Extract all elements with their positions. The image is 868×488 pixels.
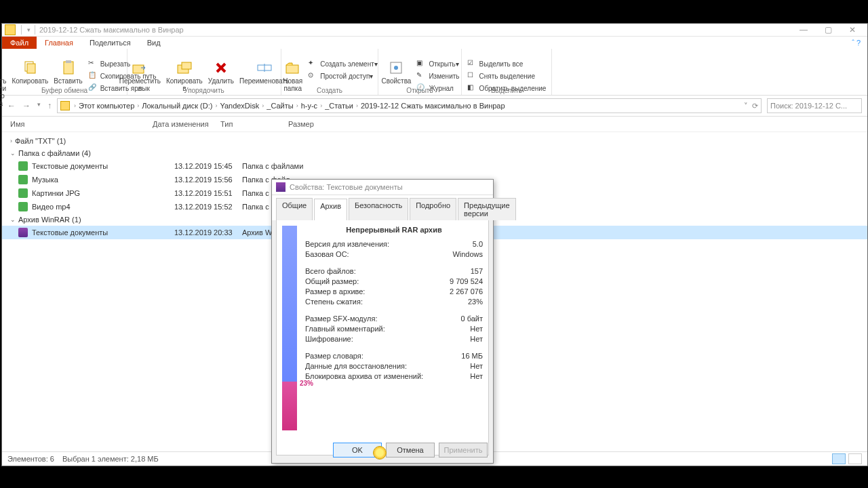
property-value: 23%: [468, 297, 483, 307]
group-header[interactable]: ›Файл "TXT" (1): [2, 135, 867, 147]
property-key: Главный комментарий:: [305, 324, 385, 334]
edit-button[interactable]: ✎Изменить: [415, 70, 460, 81]
folder-icon: [18, 202, 28, 211]
compression-bar: 23%: [282, 226, 298, 449]
property-row: Общий размер:9 709 524: [305, 277, 483, 287]
svg-rect-9: [286, 65, 298, 73]
col-size[interactable]: Размер: [288, 120, 329, 128]
breadcrumb[interactable]: YandexDisk: [220, 102, 259, 110]
select-all-button[interactable]: ☑Выделить все: [466, 58, 548, 69]
close-button[interactable]: ✕: [840, 25, 865, 35]
up-button[interactable]: ↑: [47, 101, 52, 110]
property-row: Шифрование:Нет: [305, 334, 483, 344]
folder-icon: [60, 101, 70, 110]
delete-button[interactable]: Удалить: [205, 58, 237, 86]
tab-view[interactable]: Вид: [139, 37, 169, 49]
select-all-icon: ☑: [467, 59, 477, 68]
large-icons-view-button[interactable]: [848, 453, 862, 464]
path-icon: 📋: [88, 71, 98, 81]
tab-security[interactable]: Безопасность: [349, 198, 408, 220]
breadcrumb[interactable]: Этот компьютер: [79, 102, 134, 110]
forward-button[interactable]: →: [22, 101, 31, 110]
dialog-body: 23% Непрерывный RAR архив Версия для изв…: [276, 220, 489, 455]
property-value: 5.0: [473, 239, 483, 249]
property-value: 157: [471, 266, 483, 277]
breadcrumb[interactable]: 2019-12-12 Сжать максимально в Винрар: [361, 102, 505, 110]
rename-icon: [255, 60, 274, 76]
minimize-button[interactable]: —: [791, 25, 816, 35]
breadcrumb[interactable]: _Сайты: [267, 102, 293, 110]
new-folder-icon: [283, 60, 302, 76]
list-item[interactable]: Текстовые документы13.12.2019 15:45Папка…: [2, 159, 867, 173]
copy-button[interactable]: Копировать: [9, 58, 51, 86]
property-value: Нет: [470, 334, 483, 344]
search-input[interactable]: Поиск: 2019-12-12 С...: [767, 98, 862, 113]
tab-home[interactable]: Главная: [37, 37, 81, 49]
property-key: Всего файлов:: [305, 266, 356, 277]
dialog-title: Свойства: Текстовые документы: [290, 183, 403, 191]
property-row: Размер в архиве:2 267 076: [305, 287, 483, 297]
breadcrumb[interactable]: _Статьи: [325, 102, 353, 110]
property-key: Размер в архиве:: [305, 287, 365, 297]
property-value: Нет: [470, 324, 483, 334]
property-key: Версия для извлечения:: [305, 239, 389, 249]
tab-details[interactable]: Подробно: [410, 198, 456, 220]
open-icon: ▣: [416, 59, 426, 68]
properties-button[interactable]: Свойства: [378, 58, 414, 86]
move-icon: [130, 60, 149, 76]
col-date[interactable]: Дата изменения: [153, 120, 220, 128]
easy-access-button[interactable]: ⊙Простой доступ ▾: [307, 70, 379, 81]
maximize-button[interactable]: ▢: [816, 25, 840, 35]
properties-icon: [387, 60, 406, 76]
property-value: Windows: [452, 249, 483, 260]
addr-dropdown-icon[interactable]: ˅: [744, 102, 748, 110]
property-key: Размер словаря:: [305, 351, 363, 361]
col-name[interactable]: Имя: [10, 120, 153, 128]
property-key: Общий размер:: [305, 277, 359, 287]
select-none-button[interactable]: ☐Снять выделение: [466, 70, 548, 81]
edit-icon: ✎: [416, 71, 426, 81]
status-item-count: Элементов: 6: [7, 455, 54, 463]
breadcrumb[interactable]: h-y-c: [301, 102, 317, 110]
breadcrumb[interactable]: Локальный диск (D:): [142, 102, 212, 110]
details-view-button[interactable]: [832, 453, 846, 464]
group-header[interactable]: ⌄Папка с файлами (4): [2, 147, 867, 159]
cancel-button[interactable]: Отмена: [386, 443, 435, 458]
col-type[interactable]: Тип: [220, 120, 288, 128]
select-none-icon: ☐: [467, 71, 477, 81]
svg-rect-1: [27, 64, 35, 73]
paste-button[interactable]: Вставить: [51, 58, 85, 86]
property-row: Степень сжатия:23%: [305, 297, 483, 307]
archive-type-heading: Непрерывный RAR архив: [305, 226, 483, 234]
folder-icon: [5, 24, 16, 35]
open-button[interactable]: ▣Открыть ▾: [415, 58, 460, 69]
tab-general[interactable]: Общие: [276, 198, 313, 220]
apply-button[interactable]: Применить: [439, 443, 488, 458]
address-bar[interactable]: › Этот компьютер› Локальный диск (D:)› Y…: [57, 98, 762, 113]
qat-chevron-icon[interactable]: ▾: [27, 26, 31, 33]
dialog-titlebar[interactable]: Свойства: Текстовые документы: [272, 180, 493, 195]
navigation-bar: ← → ▾ ↑ › Этот компьютер› Локальный диск…: [2, 96, 867, 117]
property-value: Нет: [470, 361, 483, 371]
property-row: Размер словаря:16 МБ: [305, 351, 483, 361]
property-key: Размер SFX-модуля:: [305, 314, 377, 324]
tab-share[interactable]: Поделиться: [81, 37, 139, 49]
property-key: Блокировка архива от изменений:: [305, 371, 423, 382]
property-key: Базовая ОС:: [305, 249, 349, 260]
file-tab[interactable]: Файл: [2, 37, 37, 49]
svg-rect-6: [182, 62, 191, 69]
column-headers[interactable]: Имя Дата изменения Тип Размер: [2, 117, 867, 132]
new-item-button[interactable]: ✦Создать элемент ▾: [307, 58, 379, 69]
history-dropdown[interactable]: ▾: [37, 101, 41, 110]
window-title: 2019-12-12 Сжать максимально в Винрар: [39, 26, 184, 34]
ratio-label: 23%: [300, 380, 313, 387]
help-icon[interactable]: ˆ ?: [852, 39, 867, 47]
pin-button[interactable]: Закрепить на панели быстрого доступа: [0, 58, 9, 108]
property-value: 16 МБ: [461, 351, 483, 361]
tab-archive[interactable]: Архив: [314, 199, 347, 221]
rar-icon: [276, 182, 285, 192]
scissors-icon: ✂: [88, 59, 98, 68]
property-key: Данные для восстановления:: [305, 361, 407, 371]
refresh-icon[interactable]: ⟳: [752, 102, 758, 110]
tab-previous[interactable]: Предыдущие версии: [458, 198, 515, 220]
